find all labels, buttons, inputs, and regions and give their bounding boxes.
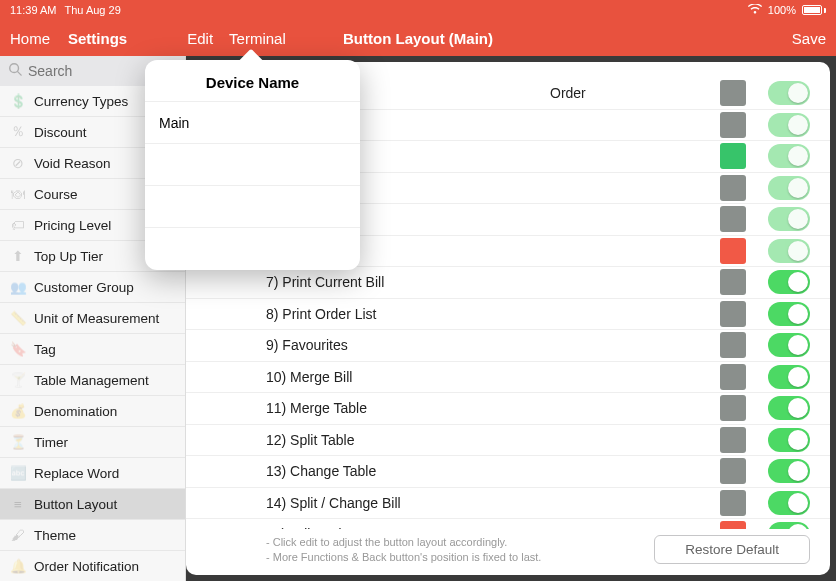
sidebar-item-label: Customer Group — [34, 280, 134, 295]
sidebar-item-theme[interactable]: 🖌Theme — [0, 520, 185, 551]
status-date: Thu Aug 29 — [64, 4, 120, 16]
visibility-toggle — [768, 144, 810, 168]
color-swatch[interactable] — [720, 301, 746, 327]
sidebar-item-label: Tag — [34, 342, 56, 357]
color-swatch[interactable] — [720, 269, 746, 295]
color-swatch[interactable] — [720, 364, 746, 390]
nav-terminal[interactable]: Terminal — [229, 30, 286, 47]
sidebar-item-icon: ⬆ — [8, 246, 28, 266]
sidebar-item-label: Course — [34, 187, 78, 202]
layout-row: 14) Split / Change Bill — [186, 488, 830, 520]
sidebar-item-icon: ％ — [8, 122, 28, 142]
battery-icon — [802, 5, 826, 15]
sidebar-item-label: Table Management — [34, 373, 149, 388]
color-swatch[interactable] — [720, 395, 746, 421]
layout-row: 15) Edit Order — [186, 519, 830, 529]
sidebar-item-icon: 🏷 — [8, 215, 28, 235]
sidebar-item-icon: 🔔 — [8, 556, 28, 576]
sidebar-item-button-layout[interactable]: ≡Button Layout — [0, 489, 185, 520]
color-swatch[interactable] — [720, 238, 746, 264]
color-swatch[interactable] — [720, 521, 746, 529]
popover-empty-row — [145, 144, 360, 186]
layout-row-label: 12) Split Table — [266, 432, 720, 448]
visibility-toggle[interactable] — [768, 365, 810, 389]
sidebar-item-label: Order Notification — [34, 559, 139, 574]
layout-row: 13) Change Table — [186, 456, 830, 488]
sidebar-item-label: Timer — [34, 435, 68, 450]
popover-item-main[interactable]: Main — [145, 102, 360, 144]
nav-bar: Home Settings Edit Terminal Button Layou… — [0, 20, 836, 56]
sidebar-item-label: Denomination — [34, 404, 117, 419]
sidebar-item-label: Theme — [34, 528, 76, 543]
footer-note-1: - Click edit to adjust the button layout… — [266, 535, 654, 550]
sidebar-item-timer[interactable]: ⏳Timer — [0, 427, 185, 458]
wifi-icon — [748, 4, 762, 16]
color-swatch[interactable] — [720, 490, 746, 516]
popover-empty-row — [145, 186, 360, 228]
sidebar-item-icon: 🍽 — [8, 184, 28, 204]
visibility-toggle — [768, 207, 810, 231]
popover-title: Device Name — [145, 60, 360, 102]
footer-note-2: - More Functions & Back button's positio… — [266, 550, 654, 565]
terminal-popover: Device Name Main — [145, 60, 360, 270]
status-bar: 11:39 AM Thu Aug 29 100% — [0, 0, 836, 20]
battery-percent: 100% — [768, 4, 796, 16]
visibility-toggle[interactable] — [768, 396, 810, 420]
layout-row: 12) Split Table — [186, 425, 830, 457]
sidebar-item-icon: 💰 — [8, 401, 28, 421]
nav-home[interactable]: Home — [10, 30, 50, 47]
sidebar-item-icon: ⊘ — [8, 153, 28, 173]
restore-default-button[interactable]: Restore Default — [654, 535, 810, 564]
color-swatch[interactable] — [720, 80, 746, 106]
visibility-toggle[interactable] — [768, 491, 810, 515]
nav-edit[interactable]: Edit — [187, 30, 213, 47]
visibility-toggle — [768, 113, 810, 137]
color-swatch[interactable] — [720, 206, 746, 232]
save-button[interactable]: Save — [792, 30, 826, 47]
sidebar-item-replace-word[interactable]: 🔤Replace Word — [0, 458, 185, 489]
status-time: 11:39 AM — [10, 4, 56, 16]
sidebar-item-label: Discount — [34, 125, 87, 140]
sidebar-item-unit-of-measurement[interactable]: 📏Unit of Measurement — [0, 303, 185, 334]
sidebar-item-label: Void Reason — [34, 156, 111, 171]
sidebar-item-customer-group[interactable]: 👥Customer Group — [0, 272, 185, 303]
layout-row: 9) Favourites — [186, 330, 830, 362]
sidebar-item-icon: 👥 — [8, 277, 28, 297]
layout-row-label: 7) Print Current Bill — [266, 274, 720, 290]
search-icon — [8, 62, 28, 80]
visibility-toggle[interactable] — [768, 459, 810, 483]
color-swatch[interactable] — [720, 458, 746, 484]
layout-row: 11) Merge Table — [186, 393, 830, 425]
color-swatch[interactable] — [720, 175, 746, 201]
sidebar-item-icon: 🍸 — [8, 370, 28, 390]
nav-settings[interactable]: Settings — [68, 30, 127, 47]
sidebar-item-label: Unit of Measurement — [34, 311, 159, 326]
svg-line-1 — [18, 72, 22, 76]
layout-row-label: 13) Change Table — [266, 463, 720, 479]
color-swatch[interactable] — [720, 332, 746, 358]
sidebar-item-icon: 💲 — [8, 91, 28, 111]
layout-row-label: 10) Merge Bill — [266, 369, 720, 385]
layout-row: 8) Print Order List — [186, 299, 830, 331]
visibility-toggle[interactable] — [768, 522, 810, 529]
sidebar-item-label: Pricing Level — [34, 218, 111, 233]
layout-row-label: 11) Merge Table — [266, 400, 720, 416]
sidebar-item-denomination[interactable]: 💰Denomination — [0, 396, 185, 427]
layout-row: 7) Print Current Bill — [186, 267, 830, 299]
sidebar-item-label: Currency Types — [34, 94, 128, 109]
visibility-toggle — [768, 81, 810, 105]
sidebar-item-icon: 📏 — [8, 308, 28, 328]
sidebar-item-tag[interactable]: 🔖Tag — [0, 334, 185, 365]
popover-empty-row — [145, 228, 360, 270]
color-swatch[interactable] — [720, 143, 746, 169]
sidebar-item-table-management[interactable]: 🍸Table Management — [0, 365, 185, 396]
visibility-toggle[interactable] — [768, 270, 810, 294]
sidebar-item-order-notification[interactable]: 🔔Order Notification — [0, 551, 185, 581]
sidebar-item-label: Replace Word — [34, 466, 119, 481]
color-swatch[interactable] — [720, 112, 746, 138]
layout-row: 10) Merge Bill — [186, 362, 830, 394]
visibility-toggle[interactable] — [768, 333, 810, 357]
visibility-toggle[interactable] — [768, 428, 810, 452]
color-swatch[interactable] — [720, 427, 746, 453]
visibility-toggle[interactable] — [768, 302, 810, 326]
